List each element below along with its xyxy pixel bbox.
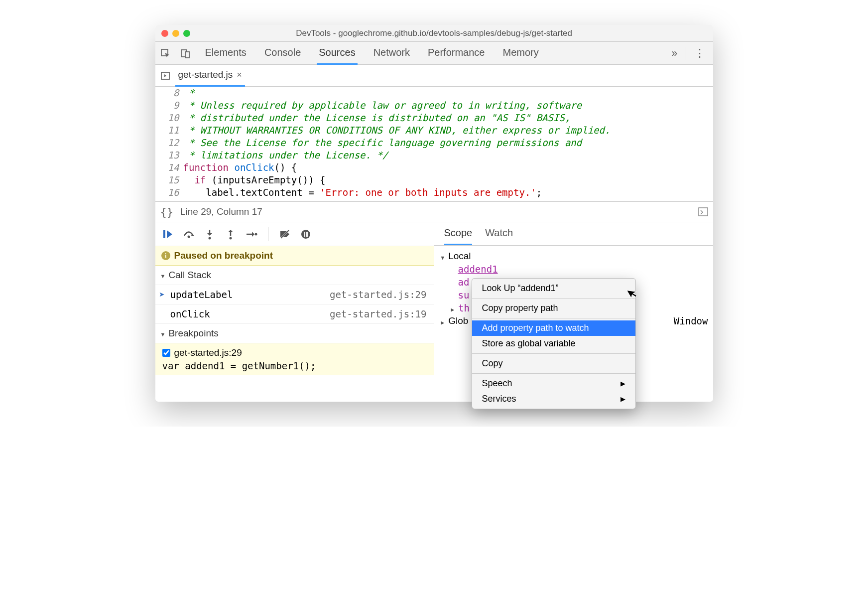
svg-rect-13 <box>304 232 305 237</box>
tab-memory[interactable]: Memory <box>501 42 541 65</box>
svg-rect-5 <box>163 230 165 238</box>
pretty-print-icon[interactable]: {} <box>160 206 174 218</box>
step-into-icon[interactable] <box>203 228 216 241</box>
zoom-window-button[interactable] <box>183 30 190 37</box>
file-tabbar: get-started.js × <box>155 65 713 87</box>
tab-network[interactable]: Network <box>372 42 412 65</box>
titlebar: DevTools - googlechrome.github.io/devtoo… <box>155 25 713 42</box>
inspect-element-icon[interactable] <box>155 42 175 65</box>
top-tabbar: Elements Console Sources Network Perform… <box>155 42 713 65</box>
close-file-icon[interactable]: × <box>237 70 242 80</box>
step-icon[interactable] <box>245 228 258 241</box>
stack-fn-name: onClick <box>170 308 210 319</box>
callstack-header[interactable]: Call Stack <box>155 266 434 285</box>
minimize-window-button[interactable] <box>172 30 179 37</box>
paused-banner: i Paused on breakpoint <box>155 246 434 266</box>
context-menu: Look Up “addend1” Copy property path Add… <box>472 278 636 409</box>
svg-rect-4 <box>699 208 708 216</box>
toggle-device-icon[interactable] <box>175 42 195 65</box>
debugger-left-pane: i Paused on breakpoint Call Stack update… <box>155 222 434 402</box>
ctx-sep <box>472 373 635 374</box>
window-title: DevTools - googlechrome.github.io/devtoo… <box>155 28 713 38</box>
breakpoints-header[interactable]: Breakpoints <box>155 324 434 343</box>
chevron-right-icon: ▶ <box>620 395 625 403</box>
editor-statusbar: {} Line 29, Column 17 <box>155 201 713 222</box>
tab-elements[interactable]: Elements <box>203 42 248 65</box>
coverage-toggle-icon[interactable] <box>698 207 708 216</box>
ctx-sep <box>472 318 635 318</box>
pause-exceptions-icon[interactable] <box>299 228 312 241</box>
step-over-icon[interactable] <box>182 228 195 241</box>
tab-scope[interactable]: Scope <box>444 227 473 245</box>
svg-point-9 <box>254 233 257 235</box>
file-tab[interactable]: get-started.js × <box>175 64 245 87</box>
ctx-speech[interactable]: Speech ▶ <box>472 376 635 391</box>
resume-icon[interactable] <box>161 228 174 241</box>
tab-watch[interactable]: Watch <box>485 227 513 245</box>
chevron-down-icon <box>160 328 166 339</box>
scope-var[interactable]: addend1 <box>441 263 706 276</box>
file-tab-label: get-started.js <box>178 69 233 80</box>
svg-point-7 <box>208 237 211 239</box>
tab-sources[interactable]: Sources <box>317 42 357 65</box>
panel-tabs: Elements Console Sources Network Perform… <box>195 42 664 65</box>
settings-kebab-icon[interactable]: ⋮ <box>686 47 713 60</box>
code-editor[interactable]: 8910111213141516 * * Unless required by … <box>155 87 713 201</box>
step-out-icon[interactable] <box>224 228 237 241</box>
chevron-right-icon <box>441 315 447 326</box>
chevron-right-icon <box>451 302 457 313</box>
close-window-button[interactable] <box>161 30 168 37</box>
paused-text: Paused on breakpoint <box>174 250 273 261</box>
svg-point-12 <box>301 230 310 239</box>
ctx-copy-property-path[interactable]: Copy property path <box>472 301 635 316</box>
svg-rect-2 <box>185 52 189 58</box>
chevron-down-icon <box>441 251 447 262</box>
tabs-overflow-icon[interactable]: » <box>663 47 685 60</box>
tab-console[interactable]: Console <box>262 42 303 65</box>
traffic-lights <box>155 30 190 37</box>
code-content: * * Unless required by applicable law or… <box>183 87 713 201</box>
stack-frame[interactable]: onClick get-started.js:19 <box>155 304 434 324</box>
ctx-sep <box>472 298 635 299</box>
ctx-lookup[interactable]: Look Up “addend1” <box>472 281 635 296</box>
scope-tabs: Scope Watch <box>434 222 713 246</box>
line-gutter: 8910111213141516 <box>155 87 183 201</box>
svg-rect-14 <box>306 232 308 237</box>
debug-toolbar <box>155 222 434 246</box>
deactivate-breakpoints-icon[interactable] <box>278 228 291 241</box>
scope-local[interactable]: Local <box>441 250 706 263</box>
debugger-right-pane: Scope Watch Local addend1 ad su <box>434 222 713 402</box>
chevron-down-icon <box>160 270 166 281</box>
ctx-services[interactable]: Services ▶ <box>472 391 635 407</box>
info-icon: i <box>161 251 170 260</box>
stack-location: get-started.js:19 <box>330 308 426 319</box>
stack-fn-name: updateLabel <box>170 289 233 300</box>
breakpoint-checkbox[interactable] <box>162 349 170 357</box>
breakpoint-location: get-started.js:29 <box>174 347 242 358</box>
global-value: Window <box>674 315 708 326</box>
svg-point-6 <box>187 235 190 238</box>
breakpoint-item[interactable]: get-started.js:29 var addend1 = getNumbe… <box>155 343 434 375</box>
chevron-right-icon: ▶ <box>620 380 625 387</box>
debugger-panels: i Paused on breakpoint Call Stack update… <box>155 222 713 402</box>
show-navigator-icon[interactable] <box>155 71 175 81</box>
breakpoint-code: var addend1 = getNumber1(); <box>162 360 427 371</box>
svg-point-8 <box>229 237 232 239</box>
tab-performance[interactable]: Performance <box>426 42 487 65</box>
cursor-position: Line 29, Column 17 <box>180 206 262 217</box>
stack-location: get-started.js:29 <box>330 289 426 300</box>
ctx-copy[interactable]: Copy <box>472 356 635 371</box>
ctx-add-to-watch[interactable]: Add property path to watch <box>472 320 635 336</box>
ctx-store-global[interactable]: Store as global variable <box>472 336 635 351</box>
devtools-window: DevTools - googlechrome.github.io/devtoo… <box>155 25 713 402</box>
stack-frame[interactable]: updateLabel get-started.js:29 <box>155 285 434 304</box>
ctx-sep <box>472 353 635 354</box>
